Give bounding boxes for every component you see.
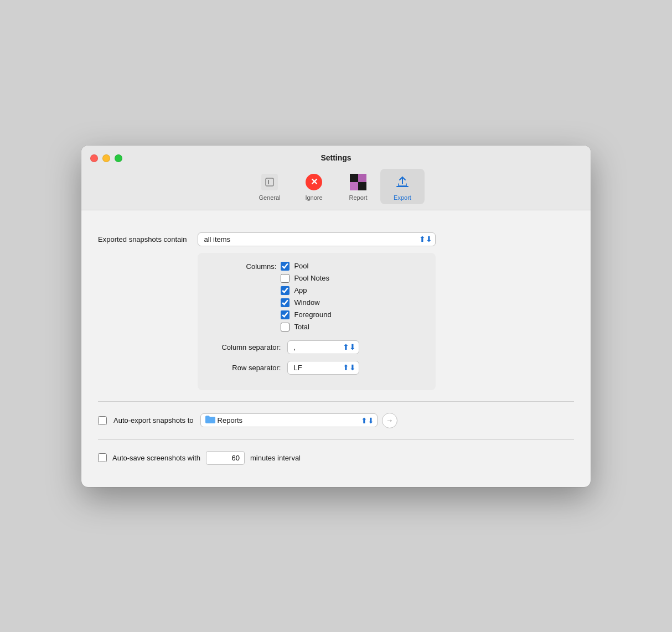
settings-window: Settings General ✕ [81,146,591,487]
row-separator-row: Row separator: LF CR CR+LF ⬆⬇ [209,361,425,375]
general-icon-wrapper [260,172,280,192]
checkbox-window-input[interactable] [281,298,290,307]
folder-select-wrapper: Reports ⬆⬇ → [200,413,397,428]
checkbox-pool[interactable]: Pool [281,262,331,271]
snapshots-section: Exported snapshots contain all items sel… [98,221,574,402]
auto-export-checkbox[interactable] [98,416,107,425]
auto-save-checkbox[interactable] [98,453,107,462]
checkbox-total-input[interactable] [281,323,290,331]
tab-report[interactable]: Report [336,169,380,204]
auto-save-label-after: minutes interval [250,454,301,462]
zoom-button[interactable] [115,154,122,162]
svg-rect-5 [358,182,366,190]
checkboxes-list: Pool Pool Notes App [281,262,331,331]
checkbox-total-label: Total [294,323,309,331]
export-icon-wrapper [392,172,412,192]
ignore-icon-wrapper: ✕ [304,172,324,192]
checkbox-pool-notes-input[interactable] [281,274,290,283]
svg-rect-2 [350,174,358,182]
general-icon [261,174,278,190]
snapshots-controls: all items selected items flagged items ⬆… [198,232,436,390]
content-area: Exported snapshots contain all items sel… [81,210,591,487]
report-tab-label: Report [349,194,367,201]
export-tab-label: Export [394,194,411,201]
titlebar: Settings General ✕ [81,146,591,210]
auto-save-label-before: Auto-save screenshots with [112,454,200,462]
checkbox-foreground-label: Foreground [294,310,331,319]
export-icon [394,174,411,190]
auto-export-section: Auto-export snapshots to Reports ⬆⬇ [98,402,574,440]
close-button[interactable] [90,154,98,162]
folder-select[interactable]: Reports [200,413,378,427]
snapshots-row: Exported snapshots contain all items sel… [98,232,574,390]
svg-rect-4 [350,182,358,190]
auto-export-label: Auto-export snapshots to [113,416,194,424]
report-icon [350,174,366,190]
window-title: Settings [321,153,351,162]
columns-label: Columns: [209,262,281,271]
checkbox-app-label: App [294,286,307,294]
minimize-button[interactable] [102,154,110,162]
checkbox-app-input[interactable] [281,286,290,295]
ignore-icon: ✕ [306,174,322,190]
checkbox-app[interactable]: App [281,286,331,295]
row-separator-select-wrapper: LF CR CR+LF ⬆⬇ [287,361,359,375]
checkbox-pool-input[interactable] [281,262,290,271]
report-icon-wrapper [348,172,368,192]
columns-checkboxes-row: Columns: Pool Pool Notes [209,262,425,331]
checkbox-pool-notes[interactable]: Pool Notes [281,274,331,283]
column-separator-label: Column separator: [209,343,281,351]
minutes-input[interactable] [206,451,245,465]
svg-rect-3 [358,174,366,182]
toolbar: General ✕ Ignore Rep [247,169,425,204]
column-separator-row: Column separator: , ; Tab Space ⬆⬇ [209,340,425,354]
checkbox-foreground[interactable]: Foreground [281,310,331,319]
checkbox-total[interactable]: Total [281,323,331,331]
checkbox-pool-notes-label: Pool Notes [294,274,329,282]
tab-general[interactable]: General [247,169,292,204]
checkbox-pool-label: Pool [294,262,308,270]
checkbox-window-label: Window [294,298,319,307]
snapshots-label: Exported snapshots contain [98,232,187,244]
checkbox-foreground-input[interactable] [281,310,290,319]
auto-save-section: Auto-save screenshots with minutes inter… [98,440,574,476]
general-tab-label: General [259,194,280,201]
auto-export-row: Auto-export snapshots to Reports ⬆⬇ [98,413,574,428]
ignore-tab-label: Ignore [305,194,322,201]
column-separator-select-wrapper: , ; Tab Space ⬆⬇ [287,340,359,354]
auto-save-row: Auto-save screenshots with minutes inter… [98,451,574,465]
columns-panel: Columns: Pool Pool Notes [198,253,436,390]
column-separator-select[interactable]: , ; Tab Space [287,340,359,354]
traffic-lights [90,154,122,162]
svg-rect-1 [268,180,269,184]
tab-ignore[interactable]: ✕ Ignore [292,169,336,204]
row-separator-select[interactable]: LF CR CR+LF [287,361,359,375]
tab-export[interactable]: Export [380,169,425,204]
snapshots-select-wrapper: all items selected items flagged items ⬆… [198,232,436,246]
navigate-folder-button[interactable]: → [382,413,397,428]
svg-rect-0 [266,178,273,186]
folder-select-outer: Reports ⬆⬇ [200,413,378,427]
snapshots-select-row: all items selected items flagged items ⬆… [198,232,436,246]
row-separator-label: Row separator: [209,364,281,372]
checkbox-window[interactable]: Window [281,298,331,307]
snapshots-select[interactable]: all items selected items flagged items [198,232,436,246]
